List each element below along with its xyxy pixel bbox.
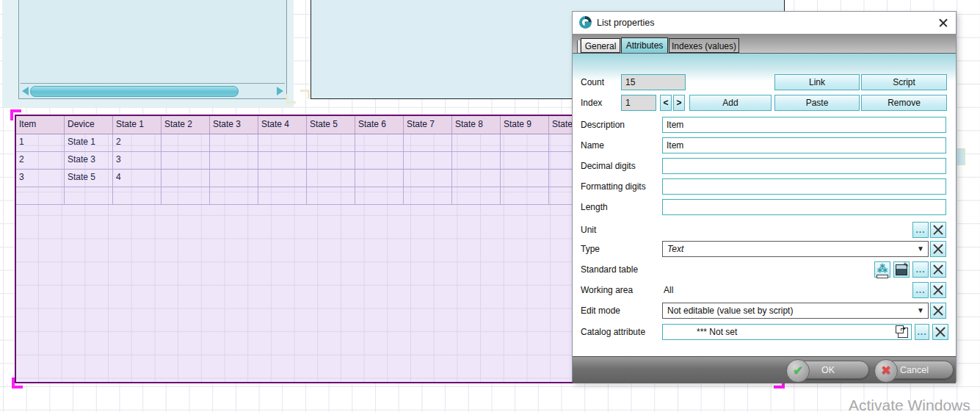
- table-cell[interactable]: [258, 170, 307, 187]
- table-cell[interactable]: State 1: [65, 134, 113, 151]
- table-cell[interactable]: [210, 152, 258, 169]
- column-header[interactable]: State 1: [113, 116, 161, 134]
- table-cell[interactable]: [161, 152, 210, 169]
- table-cell[interactable]: [355, 152, 404, 169]
- table-cell[interactable]: [404, 152, 452, 169]
- table-cell[interactable]: [501, 187, 549, 204]
- table-cell[interactable]: [404, 170, 452, 187]
- catalog-attribute-field[interactable]: *** Not set: [662, 324, 912, 340]
- index-input[interactable]: [621, 95, 656, 111]
- tab-indexes-values[interactable]: Indexes (values): [669, 38, 739, 53]
- name-input[interactable]: [662, 137, 946, 153]
- length-input[interactable]: [662, 199, 946, 215]
- open-window-icon[interactable]: [898, 328, 908, 338]
- table-cell[interactable]: [501, 134, 549, 151]
- table-cell[interactable]: 2: [16, 152, 65, 169]
- column-header[interactable]: State 2: [161, 116, 210, 134]
- table-cell[interactable]: [307, 170, 355, 187]
- standard-table-edit-button[interactable]: [893, 261, 910, 278]
- table-cell[interactable]: State 3: [65, 152, 113, 169]
- table-cell[interactable]: 3: [16, 170, 65, 187]
- canvas-panel-left[interactable]: [2, 0, 294, 107]
- cancel-button[interactable]: ✖ Cancel: [875, 361, 954, 379]
- scroll-left-arrow-icon[interactable]: [22, 87, 29, 95]
- table-cell[interactable]: 4: [113, 170, 161, 187]
- add-button[interactable]: Add: [689, 95, 772, 111]
- table-cell[interactable]: [307, 152, 355, 169]
- table-cell[interactable]: State 5: [65, 170, 113, 187]
- table-cell[interactable]: [355, 187, 404, 204]
- working-area-browse-button[interactable]: ...: [912, 282, 929, 298]
- table-cell[interactable]: [258, 152, 307, 169]
- table-cell[interactable]: [161, 187, 210, 204]
- table-cell[interactable]: [210, 187, 258, 204]
- table-cell[interactable]: [16, 187, 65, 204]
- column-header[interactable]: State 8: [452, 116, 501, 134]
- table-cell[interactable]: [404, 134, 452, 151]
- table-cell[interactable]: [65, 187, 113, 204]
- table-cell[interactable]: [501, 152, 549, 169]
- index-next-button[interactable]: >: [673, 95, 685, 111]
- table-cell[interactable]: [452, 134, 501, 151]
- type-dropdown[interactable]: Text ▼: [662, 241, 929, 257]
- paste-button[interactable]: Paste: [774, 95, 860, 111]
- standard-table-browse-button[interactable]: ...: [912, 261, 929, 278]
- link-button[interactable]: Link: [774, 74, 860, 90]
- table-cell[interactable]: [355, 170, 404, 187]
- table-cell[interactable]: 3: [113, 152, 161, 169]
- canvas-panel-left-inner[interactable]: [18, 0, 287, 99]
- column-header[interactable]: State 7: [404, 116, 452, 134]
- type-clear-button[interactable]: [930, 241, 946, 257]
- table-cell[interactable]: 2: [113, 134, 161, 151]
- table-cell[interactable]: [210, 170, 258, 187]
- table-cell[interactable]: [404, 187, 452, 204]
- table-cell[interactable]: [452, 170, 501, 187]
- column-header[interactable]: State 3: [210, 116, 258, 134]
- column-header[interactable]: Item: [16, 116, 65, 134]
- table-cell[interactable]: 1: [16, 134, 65, 151]
- remove-button[interactable]: Remove: [861, 95, 947, 111]
- standard-table-clear-button[interactable]: [930, 261, 946, 278]
- tab-general[interactable]: General: [581, 38, 620, 53]
- edit-mode-clear-button[interactable]: [930, 303, 946, 319]
- ok-button[interactable]: ✔ OK: [787, 361, 869, 379]
- working-area-clear-button[interactable]: [930, 282, 946, 298]
- close-button[interactable]: [937, 16, 950, 29]
- table-cell[interactable]: [113, 187, 161, 204]
- dialog-titlebar[interactable]: List properties: [573, 12, 956, 34]
- script-button[interactable]: Script: [861, 74, 947, 90]
- tab-attributes[interactable]: Attributes: [621, 37, 668, 53]
- selection-handle-bottom-left[interactable]: [12, 377, 23, 388]
- unit-clear-button[interactable]: [930, 222, 946, 238]
- table-cell[interactable]: [161, 134, 210, 151]
- column-header[interactable]: State 5: [307, 116, 355, 134]
- description-input[interactable]: [662, 117, 946, 133]
- table-cell[interactable]: [258, 187, 307, 204]
- horizontal-scrollbar[interactable]: [21, 83, 285, 97]
- decimal-digits-input[interactable]: [662, 158, 946, 174]
- catalog-attribute-clear-button[interactable]: [932, 324, 948, 340]
- catalog-attribute-browse-button[interactable]: ...: [915, 324, 929, 340]
- count-input[interactable]: [621, 74, 686, 90]
- selection-handle-top-left[interactable]: [10, 109, 21, 120]
- table-cell[interactable]: [355, 134, 404, 151]
- standard-table-import-button[interactable]: ⁂: [874, 261, 890, 278]
- table-cell[interactable]: [210, 134, 258, 151]
- table-cell[interactable]: [161, 170, 210, 187]
- unit-browse-button[interactable]: ...: [912, 222, 929, 238]
- table-cell[interactable]: [501, 170, 549, 187]
- table-cell[interactable]: [307, 134, 355, 151]
- table-cell[interactable]: [452, 187, 501, 204]
- table-cell[interactable]: [258, 134, 307, 151]
- scrollbar-thumb[interactable]: [30, 86, 239, 97]
- table-cell[interactable]: [307, 187, 355, 204]
- index-prev-button[interactable]: <: [660, 95, 672, 111]
- column-header[interactable]: State 9: [501, 116, 549, 134]
- scroll-right-arrow-icon[interactable]: [277, 87, 283, 95]
- column-header[interactable]: Device: [65, 116, 113, 134]
- column-header[interactable]: State 6: [355, 116, 404, 134]
- column-header[interactable]: State 4: [258, 116, 307, 134]
- formatting-digits-input[interactable]: [662, 178, 946, 195]
- table-cell[interactable]: [452, 152, 501, 169]
- edit-mode-dropdown[interactable]: Not editable (value set by script) ▼: [662, 303, 929, 319]
